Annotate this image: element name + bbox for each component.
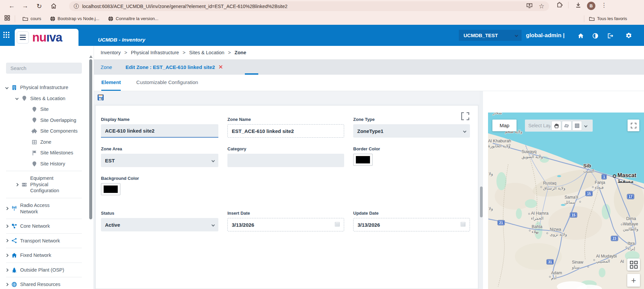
scroll-up-arrow-icon[interactable] [89,55,93,58]
chevron-right-icon[interactable] [5,224,8,228]
road-shield-21: 21 [497,220,505,225]
sidebar-item-transport-network[interactable]: Transport Network [0,235,88,246]
map-inset-grid-icon[interactable] [627,259,640,271]
url-bar[interactable]: i localhost:6083/ACE_UCMDB_UI/inv/zone/g… [69,1,549,11]
tab-zone[interactable]: Zone [101,64,112,70]
sidebar-item-site-history[interactable]: Site History [0,158,88,169]
scrollbar-thumb[interactable] [480,187,483,217]
chevron-right-icon[interactable] [5,283,8,286]
settings-gear-icon[interactable] [625,32,632,41]
display-name-input[interactable]: ACE-610 linked site2 [101,124,218,138]
zone-area-input[interactable]: EST [101,154,218,167]
save-button[interactable] [97,94,104,101]
chevron-right-icon[interactable] [15,183,18,186]
tree-icon [11,267,17,273]
app-header: nuıva UCMDB - Inventory UCMDB_TEST globa… [0,25,644,46]
chevron-down-icon[interactable] [584,124,588,127]
pin-icon [21,95,28,101]
bookmark-bootstrap[interactable]: Bootstrap vs Node.j... [50,16,99,21]
apps-grid-icon[interactable] [4,15,10,22]
downloads-icon[interactable] [575,2,582,8]
map-fullscreen-icon[interactable] [628,120,639,131]
display-name-label: Display Name [101,117,218,122]
browser-profile-avatar[interactable]: B [587,2,595,10]
content-scrollbar[interactable] [480,91,483,289]
close-tab-icon[interactable]: ✕ [218,64,223,70]
divider [6,277,82,277]
sidebar-item-zone[interactable]: Zone [0,137,88,148]
insert-date-input[interactable]: 3/13/2026 [227,218,344,231]
breadcrumb-item[interactable]: Physical Infrastructure [131,50,179,55]
category-field: Category [227,146,344,167]
browser-menu-icon[interactable]: ⋮ [601,2,607,9]
zone-name-input[interactable]: EST_ACE-610 linked site2 [227,124,344,138]
chevron-down-icon[interactable] [5,86,8,89]
sidebar-item-site-milestones[interactable]: Site Milestones [0,147,88,158]
reload-icon[interactable]: ↻ [35,2,44,10]
home-icon[interactable] [578,33,584,40]
bookmark-connaitre[interactable]: Connaître la version... [108,16,158,21]
sidebar-scrollbar[interactable] [89,55,93,288]
background-color-swatch[interactable] [101,183,120,195]
chevron-down-icon[interactable] [15,97,18,100]
back-icon[interactable]: ← [7,2,16,10]
sidebar-item-label: Zone [40,139,51,145]
sidebar-item-equipment-physical-configuration[interactable]: Equipment Physical Configuration [0,173,88,196]
bookmark-star-icon[interactable]: ☆ [539,2,544,10]
sidebar-item-radio-access-network[interactable]: Radio Access Network [0,200,88,217]
sidebar-item-fixed-network[interactable]: Fixed Network [0,250,88,261]
extensions-icon[interactable] [556,2,563,8]
chevron-right-icon[interactable] [5,239,8,242]
zoom-in-button[interactable]: + [627,274,640,287]
border-color-swatch[interactable] [353,154,373,166]
map-type-button[interactable]: Map [492,120,517,131]
layer-select-dropdown[interactable]: Select Lay [528,123,550,128]
chevron-right-icon[interactable] [5,268,8,272]
all-bookmarks[interactable]: Tous les favoris [589,16,627,21]
sidebar-item-site-overlapping[interactable]: Site Overlapping [0,115,88,126]
logout-icon[interactable] [607,33,613,40]
bookmark-folder-cours[interactable]: cours [22,16,41,21]
tab-element[interactable]: Element [101,75,121,91]
tab-edit-zone[interactable]: Edit Zone : EST_ACE-610 linked site2 ✕ [125,64,223,70]
calendar-icon[interactable] [335,222,340,228]
zone-type-input[interactable]: ZoneType1 [353,124,470,138]
menu-hamburger-icon[interactable] [17,31,29,44]
app-launcher-grid-icon[interactable] [3,32,9,38]
active-tab-indicator [245,73,258,75]
expand-fullscreen-icon[interactable] [460,111,471,123]
sidebar-item-sites-location[interactable]: Sites & Location [0,93,88,104]
forward-icon[interactable]: → [21,2,30,10]
scrollbar-thumb[interactable] [89,59,92,219]
home-icon[interactable] [49,2,58,10]
install-app-icon[interactable] [526,2,533,10]
breadcrumb-item[interactable]: Inventory [101,50,121,55]
chevron-right-icon[interactable] [5,207,8,210]
update-date-input[interactable]: 3/13/2026 [353,218,470,231]
search-input[interactable] [6,63,82,74]
category-input[interactable] [227,154,344,167]
tab-customizable-configuration[interactable]: Customizable Configuration [136,75,198,91]
sidebar-item-core-network[interactable]: Core Network [0,221,88,232]
sidebar-item-site-components[interactable]: Site Components [0,126,88,137]
tenant-selector[interactable]: UCMDB_TEST [459,30,522,41]
site-info-icon[interactable]: i [74,4,79,9]
map-town-marker [539,155,541,156]
draw-rectangle-icon[interactable] [573,121,582,130]
calendar-icon[interactable] [461,222,466,228]
background-color-field: Background Color [101,176,218,195]
zone-type-field: Zone TypeZoneType1 [353,117,470,138]
chevron-right-icon[interactable] [5,254,8,257]
sidebar-item-label: Site History [40,161,65,167]
divider [6,263,82,263]
breadcrumb-item[interactable]: Sites & Location [189,50,224,55]
pan-hand-icon[interactable] [552,121,561,130]
status-input[interactable]: Active [101,218,218,231]
draw-polygon-icon[interactable] [562,121,571,130]
contrast-icon[interactable] [592,33,598,40]
sidebar-item-physical-infrastructure[interactable]: Physical Infrastructure [0,82,88,93]
sidebar-item-site[interactable]: Site [0,104,88,115]
sidebar-item-outside-plant-osp[interactable]: Outside Plant (OSP) [0,265,88,276]
map-canvas[interactable]: صحارولاية صحمAl Khaburahولاية الخابورةSu… [488,113,644,289]
sidebar-item-shared-resources[interactable]: Shared Resources [0,279,88,289]
